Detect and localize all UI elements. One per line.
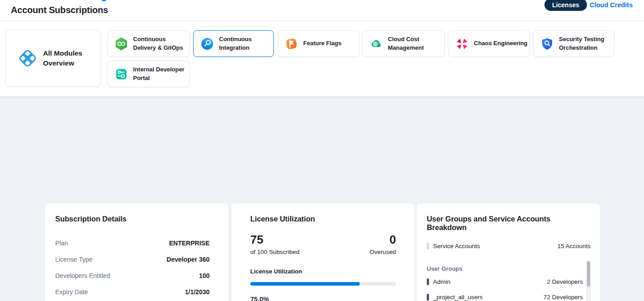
- detail-row-developers-entitled: Developers Entitled 100: [55, 268, 210, 284]
- ci-icon: [200, 37, 214, 51]
- detail-row-expiry-date: Expiry Date 1/1/2030: [55, 284, 210, 300]
- detail-label: License Type: [55, 256, 92, 263]
- user-group-row: Admin 2 Developers: [427, 274, 583, 289]
- user-groups-heading: User Groups: [427, 265, 591, 272]
- all-modules-overview-card[interactable]: All Modules Overview: [5, 30, 101, 87]
- user-groups-list: Admin 2 Developers _project_all_users 72…: [427, 274, 583, 301]
- detail-value: ENTERPRISE: [169, 240, 210, 247]
- utilization-bar-label: License Utilization: [250, 268, 396, 275]
- module-card-cloud-cost-management[interactable]: $ Cloud Cost Management: [362, 30, 445, 57]
- module-label: Continuous Delivery & GitOps: [133, 35, 189, 52]
- service-accounts-marker: [427, 243, 429, 249]
- groups-scrollbar-track[interactable]: [586, 260, 591, 301]
- module-card-feature-flags[interactable]: Feature Flags: [277, 30, 360, 57]
- module-selector-band: All Modules Overview Continuous Delivery…: [0, 21, 644, 96]
- detail-label: Expiry Date: [55, 288, 88, 296]
- service-accounts-label: Service Accounts: [433, 243, 480, 249]
- module-label: Chaos Engineering: [474, 39, 527, 47]
- groups-scrollbar-thumb[interactable]: [587, 261, 590, 287]
- overused-stat: 0 Overused: [369, 233, 396, 255]
- module-label: Internal Developer Portal: [133, 66, 189, 82]
- module-label: Security Testing Orchestration: [559, 35, 614, 52]
- group-value: 72 Developers: [544, 294, 583, 301]
- subscription-details-card: Subscription Details Plan ENTERPRISE Lic…: [45, 203, 229, 301]
- security-testing-icon: [540, 37, 554, 51]
- feature-flags-icon: [285, 37, 298, 51]
- license-utilization-title: License Utilization: [250, 215, 396, 223]
- module-card-internal-developer-portal[interactable]: Internal Developer Portal: [107, 61, 190, 87]
- page-header: Account Subscriptions Licenses Cloud Cre…: [0, 0, 644, 21]
- cloud-cost-icon: $: [369, 37, 383, 51]
- breakdown-title: User Groups and Service Accounts Breakdo…: [427, 215, 591, 232]
- detail-value: 100: [199, 272, 210, 279]
- used-caption: of 100 Subscribed: [250, 249, 300, 255]
- module-card-chaos-engineering[interactable]: Chaos Engineering: [448, 30, 530, 57]
- license-utilization-bar: [250, 282, 396, 286]
- subscription-details-title: Subscription Details: [55, 215, 210, 223]
- group-marker: [427, 294, 429, 301]
- utilization-percent: 75.0%: [250, 296, 396, 301]
- group-name: Admin: [433, 278, 450, 285]
- user-group-row: _project_all_users 72 Developers: [427, 289, 583, 301]
- detail-value: Developer 360: [167, 256, 210, 263]
- detail-row-plan: Plan ENTERPRISE: [55, 235, 210, 251]
- module-label: Continuous Integration: [219, 35, 273, 52]
- used-count: 75: [250, 233, 300, 246]
- license-utilization-card: License Utilization 75 of 100 Subscribed…: [231, 203, 415, 301]
- internal-developer-portal-icon: [114, 67, 128, 81]
- tab-cloud-credits[interactable]: Cloud Credits: [590, 1, 633, 9]
- detail-value: 1/1/2030: [185, 288, 210, 296]
- page-title: Account Subscriptions: [11, 5, 108, 15]
- module-label: Cloud Cost Management: [388, 35, 444, 52]
- group-name: _project_all_users: [433, 294, 483, 301]
- all-modules-icon: [17, 48, 38, 69]
- chaos-engineering-icon: [455, 37, 469, 51]
- overused-count: 0: [369, 233, 396, 246]
- breakdown-card: User Groups and Service Accounts Breakdo…: [417, 203, 600, 301]
- detail-label: Plan: [55, 240, 68, 247]
- module-label: Feature Flags: [303, 39, 342, 47]
- main-content-area: Subscription Details Plan ENTERPRISE Lic…: [0, 96, 644, 301]
- detail-row-license-type: License Type Developer 360: [55, 251, 210, 268]
- clipped-icon-fragment: [102, 0, 106, 1]
- module-card-cd-gitops[interactable]: Continuous Delivery & GitOps: [107, 30, 190, 57]
- detail-label: Developers Entitled: [55, 272, 110, 279]
- license-utilization-bar-fill: [250, 282, 360, 286]
- tab-licenses[interactable]: Licenses: [544, 0, 587, 11]
- group-value: 2 Developers: [547, 278, 583, 285]
- all-modules-overview-label: All Modules Overview: [43, 48, 88, 69]
- module-card-continuous-integration[interactable]: Continuous Integration: [193, 30, 274, 57]
- service-accounts-value: 15 Accounts: [557, 243, 591, 249]
- account-subscriptions-page: Account Subscriptions Licenses Cloud Cre…: [0, 0, 644, 301]
- subscribed-stat: 75 of 100 Subscribed: [250, 233, 300, 255]
- module-card-security-testing[interactable]: Security Testing Orchestration: [533, 30, 615, 57]
- cd-gitops-icon: [114, 37, 128, 51]
- group-marker: [427, 278, 429, 285]
- service-accounts-row: Service Accounts 15 Accounts: [427, 238, 591, 254]
- overused-caption: Overused: [369, 249, 396, 255]
